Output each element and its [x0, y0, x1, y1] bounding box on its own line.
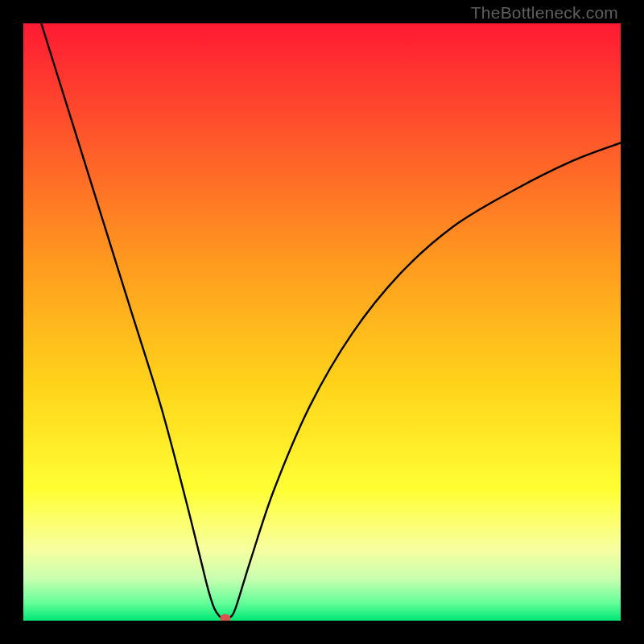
- watermark-text: TheBottleneck.com: [471, 3, 618, 23]
- chart-background: [23, 23, 621, 621]
- chart-frame: [23, 23, 621, 621]
- bottleneck-chart: [23, 23, 621, 621]
